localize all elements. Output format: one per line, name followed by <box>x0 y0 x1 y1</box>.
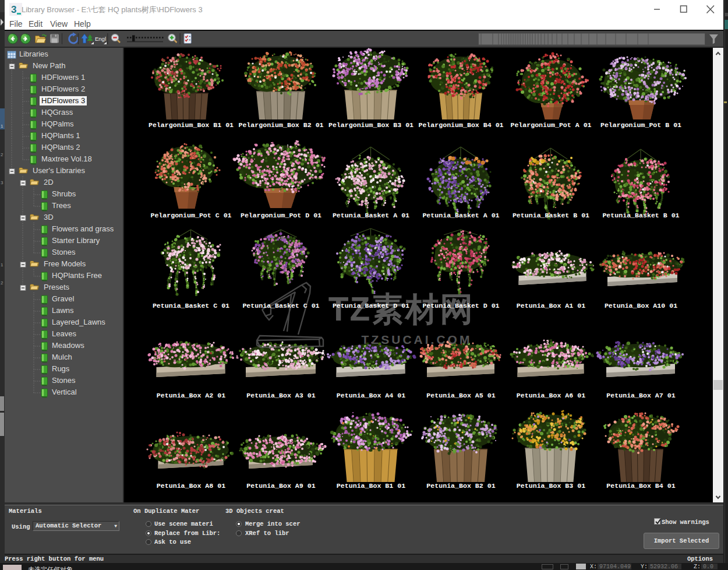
svg-text:3: 3 <box>11 4 16 15</box>
svg-text:2: 2 <box>1 280 3 286</box>
svg-text:3: 3 <box>1 180 3 185</box>
svg-text:1: 1 <box>1 124 3 129</box>
svg-text:Engl: Engl <box>95 36 106 42</box>
svg-text:1: 1 <box>1 262 3 268</box>
svg-text:2: 2 <box>1 152 3 157</box>
